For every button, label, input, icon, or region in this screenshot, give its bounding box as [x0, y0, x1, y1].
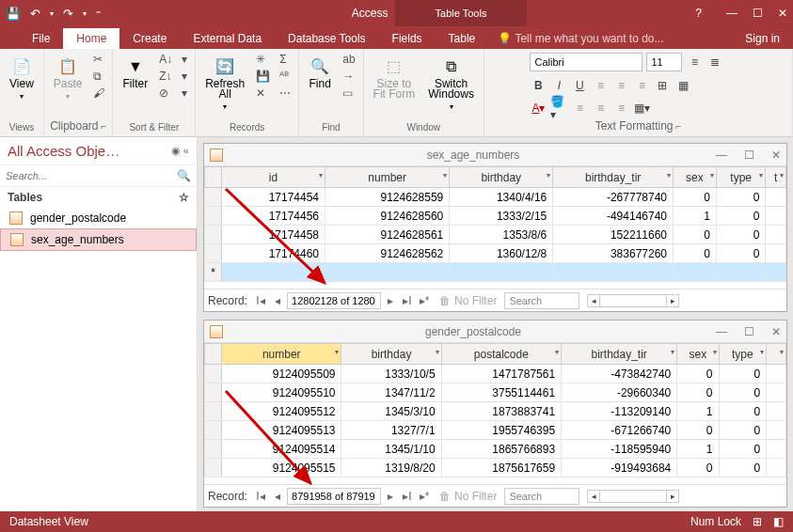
nav-next-icon[interactable]: ▸	[383, 294, 398, 307]
table-cell[interactable]: 1347/11/2	[341, 383, 441, 402]
table-cell[interactable]: 0	[716, 207, 766, 226]
underline-icon[interactable]: U	[571, 77, 588, 94]
table-cell[interactable]: 0	[719, 440, 767, 459]
table-row[interactable]: 91240955101347/11/23755114461-2966034000	[205, 383, 786, 402]
sub-max-icon[interactable]: ☐	[744, 149, 754, 162]
table-cell[interactable]: 0	[677, 383, 719, 402]
table-cell[interactable]: 1340/4/16	[450, 188, 553, 207]
advanced-icon[interactable]: ▾	[180, 70, 189, 85]
table-cell[interactable]: 17174454	[222, 188, 325, 207]
table-cell[interactable]: 3755114461	[441, 383, 561, 402]
table-cell[interactable]: -29660340	[562, 383, 677, 402]
sort-asc-icon[interactable]: A↓	[157, 53, 174, 68]
nav-next-icon[interactable]: ▸	[383, 490, 398, 503]
table-cell[interactable]	[767, 402, 786, 421]
bold-icon[interactable]: B	[530, 77, 547, 94]
hscroll-track[interactable]	[600, 294, 666, 307]
table-cell[interactable]	[767, 365, 786, 383]
size-to-fit-button[interactable]: ⬚Size to Fit Form	[370, 53, 420, 102]
goto-icon[interactable]: →	[341, 70, 357, 85]
table-cell[interactable]: 1	[677, 402, 719, 421]
table-cell[interactable]: 0	[674, 188, 717, 207]
numbering-icon[interactable]: ≣	[706, 54, 723, 70]
font-color-icon[interactable]: A▾	[530, 100, 547, 117]
table-row[interactable]: 91240955121345/3/101873883741-1132091401…	[205, 402, 786, 421]
tab-file[interactable]: File	[19, 28, 63, 49]
maximize-button[interactable]: ☐	[753, 7, 763, 20]
help-button[interactable]: ?	[695, 7, 702, 20]
table-cell[interactable]	[766, 207, 786, 226]
qat-redo-icon[interactable]: ↷	[63, 7, 73, 21]
table-row[interactable]: 1717445891246285611353/8/615221166000	[205, 226, 786, 244]
refresh-all-button[interactable]: 🔄Refresh All▾	[201, 53, 248, 114]
table-cell[interactable]: 9124628559	[325, 188, 450, 207]
gridlines-icon[interactable]: ⊞	[654, 77, 671, 94]
sub-min-icon[interactable]: —	[716, 325, 727, 338]
align-center2-icon[interactable]: ≡	[592, 100, 609, 117]
tab-external-data[interactable]: External Data	[180, 28, 275, 49]
column-header[interactable]: type▾	[716, 167, 766, 188]
table-row[interactable]: 1717445491246285591340/4/16-26777874000	[205, 188, 786, 207]
nav-item-sex-age-numbers[interactable]: sex_age_numbers	[0, 228, 197, 251]
table-cell[interactable]: 9124628562	[325, 244, 450, 263]
table-cell[interactable]: 0	[719, 365, 767, 383]
qat-save-icon[interactable]: 💾	[6, 7, 21, 21]
remove-sort-icon[interactable]: ⊘	[157, 86, 174, 102]
table-cell[interactable]: 0	[719, 459, 767, 477]
paste-button[interactable]: 📋Paste▾	[50, 53, 87, 103]
table-cell[interactable]: 1873883741	[441, 402, 561, 421]
column-header[interactable]: sex▾	[674, 167, 717, 188]
table-cell[interactable]: -118595940	[562, 440, 677, 459]
column-header[interactable]: number▾	[222, 344, 341, 365]
table-cell[interactable]: 9124095514	[222, 440, 341, 459]
column-header[interactable]: birthday▾	[341, 344, 441, 365]
record-position-input[interactable]	[287, 292, 381, 309]
table-cell[interactable]: 1360/12/8	[450, 244, 553, 263]
table-cell[interactable]: 1333/2/15	[450, 207, 553, 226]
tab-fields[interactable]: Fields	[379, 28, 436, 49]
column-header[interactable]: birthday_tir▾	[562, 344, 677, 365]
table-cell[interactable]	[767, 459, 786, 477]
table-cell[interactable]: 1333/10/5	[341, 365, 441, 383]
align-left-icon[interactable]: ≡	[592, 77, 609, 94]
align-left2-icon[interactable]: ≡	[571, 100, 588, 117]
selection-icon[interactable]: ▾	[180, 53, 189, 68]
search-icon[interactable]: 🔍	[177, 169, 191, 182]
view-datasheet-icon[interactable]: ⊞	[753, 515, 762, 528]
grid-search-input[interactable]	[504, 292, 579, 309]
table-cell[interactable]: 1353/8/6	[450, 226, 553, 244]
nav-last-icon[interactable]: ▸I	[400, 294, 415, 307]
nav-section-tables[interactable]: Tables☆	[0, 187, 197, 208]
table-cell[interactable]: 0	[677, 365, 719, 383]
table-cell[interactable]: 0	[719, 402, 767, 421]
table-row[interactable]: 1717445691246285601333/2/15-49414674010	[205, 207, 786, 226]
qat-undo-icon[interactable]: ↶	[30, 7, 40, 21]
column-header[interactable]: sex▾	[677, 344, 719, 365]
tell-me-search[interactable]: 💡 Tell me what you want to do...	[488, 28, 673, 49]
format-cells-icon[interactable]: ▦▾	[633, 100, 650, 117]
tab-database-tools[interactable]: Database Tools	[275, 28, 379, 49]
data-grid[interactable]: number▾birthday▾postalcode▾birthday_tir▾…	[204, 343, 786, 484]
table-cell[interactable]: 0	[677, 421, 719, 440]
filter-indicator[interactable]: 🗑 No Filter	[439, 294, 497, 307]
table-cell[interactable]: 0	[674, 244, 717, 263]
column-header[interactable]: number▾	[325, 167, 450, 188]
table-cell[interactable]: -473842740	[562, 365, 677, 383]
select-icon[interactable]: ▭	[341, 86, 357, 102]
table-cell[interactable]: 9124628560	[325, 207, 450, 226]
table-cell[interactable]: 9124095510	[222, 383, 341, 402]
delete-record-icon[interactable]: ✕	[254, 86, 272, 102]
grid-search-input[interactable]	[504, 488, 579, 505]
table-cell[interactable]: 1327/7/1	[341, 421, 441, 440]
align-right2-icon[interactable]: ≡	[612, 100, 629, 117]
new-record-icon[interactable]: ✳	[254, 53, 272, 68]
view-design-icon[interactable]: ◧	[773, 515, 784, 528]
table-cell[interactable]: 0	[719, 383, 767, 402]
table-cell[interactable]: 9124095515	[222, 459, 341, 477]
column-header[interactable]: type▾	[719, 344, 767, 365]
font-size-input[interactable]	[646, 53, 682, 71]
minimize-button[interactable]: —	[726, 7, 737, 20]
table-cell[interactable]: 1865766893	[441, 440, 561, 459]
fill-color-icon[interactable]: 🪣▾	[550, 100, 567, 117]
column-header[interactable]: id▾	[222, 167, 325, 188]
